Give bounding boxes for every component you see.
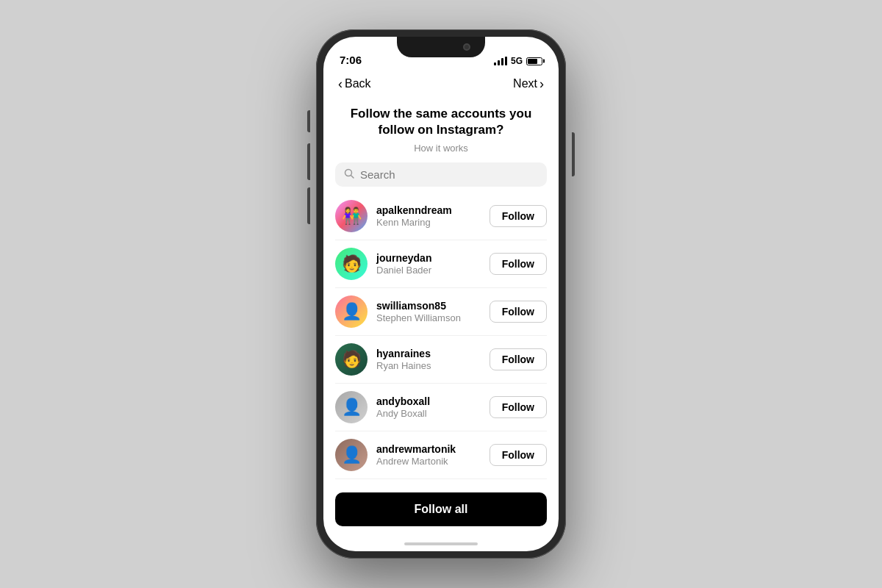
phone-screen: 7:06 5G ‹ Ba bbox=[323, 37, 559, 551]
account-username: hyanraines bbox=[376, 348, 481, 359]
follow-button[interactable]: Follow bbox=[490, 205, 547, 227]
avatar: 🧑 bbox=[335, 248, 368, 280]
account-display-name: Kenn Maring bbox=[376, 217, 481, 228]
back-button[interactable]: ‹ Back bbox=[338, 76, 371, 92]
follow-button[interactable]: Follow bbox=[490, 301, 547, 323]
list-item: 🧑 journeydan Daniel Bader Follow bbox=[335, 240, 547, 288]
account-username: journeydan bbox=[376, 252, 481, 264]
silent-button bbox=[307, 110, 310, 132]
list-item: 👤 andrewmartonik Andrew Martonik Follow bbox=[335, 431, 547, 479]
list-item: 👤 andyboxall Andy Boxall Follow bbox=[335, 384, 547, 431]
avatar: 👤 bbox=[335, 295, 368, 328]
account-display-name: Ryan Haines bbox=[376, 360, 481, 371]
account-info: apalkenndream Kenn Maring bbox=[376, 204, 481, 228]
battery-fill bbox=[528, 59, 537, 64]
avatar: 🧑 bbox=[335, 343, 368, 376]
avatar-image: 👤 bbox=[342, 302, 362, 321]
home-indicator bbox=[323, 537, 559, 551]
account-display-name: Stephen Williamson bbox=[376, 312, 481, 323]
avatar: 👤 bbox=[335, 439, 368, 471]
search-container bbox=[323, 162, 559, 187]
signal-icon bbox=[494, 57, 507, 65]
notch bbox=[397, 37, 485, 57]
avatar: 👤 bbox=[335, 391, 368, 423]
list-item: 🦸 gwanatu Nicholas Sutrich Follow bbox=[335, 479, 547, 485]
follow-button[interactable]: Follow bbox=[490, 253, 547, 275]
scene: 7:06 5G ‹ Ba bbox=[0, 0, 882, 588]
page-title: Follow the same accounts you follow on I… bbox=[338, 106, 544, 138]
home-bar bbox=[404, 542, 478, 545]
list-item: 👫 apalkenndream Kenn Maring Follow bbox=[335, 193, 547, 240]
network-label: 5G bbox=[511, 56, 523, 66]
search-bar[interactable] bbox=[335, 162, 547, 187]
next-label: Next bbox=[513, 77, 537, 90]
status-time: 7:06 bbox=[340, 54, 362, 66]
avatar: 👫 bbox=[335, 200, 368, 232]
back-label: Back bbox=[345, 77, 371, 90]
power-button bbox=[572, 132, 575, 176]
svg-line-1 bbox=[351, 176, 354, 179]
main-content: Follow the same accounts you follow on I… bbox=[323, 98, 559, 551]
nav-bar: ‹ Back Next › bbox=[323, 69, 559, 98]
phone-frame: 7:06 5G ‹ Ba bbox=[316, 29, 566, 559]
account-display-name: Andy Boxall bbox=[376, 408, 481, 419]
chevron-right-icon: › bbox=[539, 76, 544, 92]
follow-button[interactable]: Follow bbox=[490, 396, 547, 418]
account-display-name: Daniel Bader bbox=[376, 265, 481, 276]
account-info: andrewmartonik Andrew Martonik bbox=[376, 443, 481, 467]
battery-icon bbox=[526, 57, 542, 65]
account-username: andrewmartonik bbox=[376, 443, 481, 455]
account-display-name: Andrew Martonik bbox=[376, 456, 481, 467]
avatar-image: 👤 bbox=[342, 445, 362, 465]
avatar-image: 🧑 bbox=[342, 350, 362, 369]
account-info: swilliamson85 Stephen Williamson bbox=[376, 300, 481, 323]
account-username: swilliamson85 bbox=[376, 300, 481, 312]
list-item: 🧑 hyanraines Ryan Haines Follow bbox=[335, 336, 547, 384]
follow-all-button[interactable]: Follow all bbox=[335, 492, 547, 526]
next-button[interactable]: Next › bbox=[513, 76, 544, 92]
volume-up-button bbox=[307, 143, 310, 180]
search-input[interactable] bbox=[360, 168, 538, 181]
account-info: hyanraines Ryan Haines bbox=[376, 348, 481, 371]
search-icon bbox=[344, 168, 354, 181]
camera bbox=[463, 43, 470, 51]
follow-button[interactable]: Follow bbox=[490, 444, 547, 466]
account-username: apalkenndream bbox=[376, 204, 481, 216]
list-item: 👤 swilliamson85 Stephen Williamson Follo… bbox=[335, 288, 547, 336]
accounts-list: 👫 apalkenndream Kenn Maring Follow 🧑 jou… bbox=[323, 193, 559, 485]
account-info: journeydan Daniel Bader bbox=[376, 252, 481, 276]
avatar-image: 👤 bbox=[342, 398, 362, 417]
follow-all-container: Follow all bbox=[323, 485, 559, 537]
follow-button[interactable]: Follow bbox=[490, 348, 547, 370]
avatar-image: 🧑 bbox=[342, 254, 362, 273]
status-icons: 5G bbox=[494, 56, 542, 66]
volume-down-button bbox=[307, 187, 310, 224]
header-section: Follow the same accounts you follow on I… bbox=[323, 98, 559, 162]
how-it-works-link[interactable]: How it works bbox=[338, 143, 544, 154]
account-info: andyboxall Andy Boxall bbox=[376, 395, 481, 419]
avatar-image: 👫 bbox=[342, 207, 362, 226]
chevron-left-icon: ‹ bbox=[338, 76, 343, 92]
account-username: andyboxall bbox=[376, 395, 481, 407]
